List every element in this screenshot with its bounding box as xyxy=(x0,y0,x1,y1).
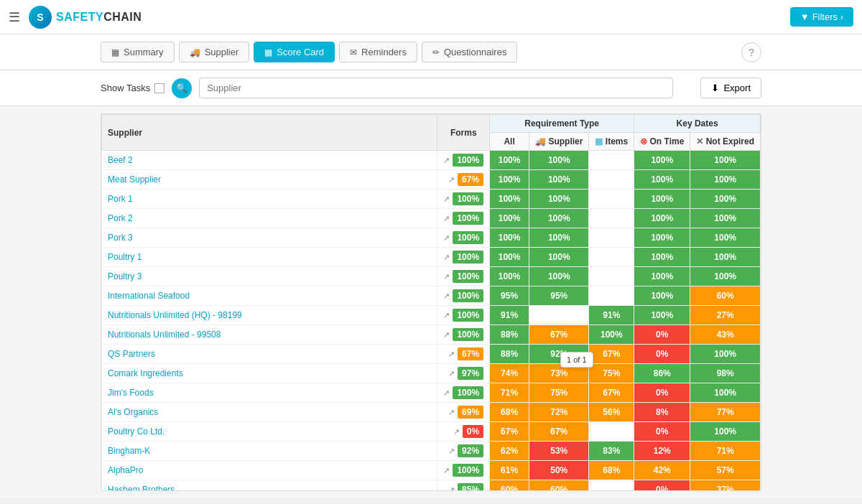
search-button[interactable]: 🔍 xyxy=(172,78,192,98)
all-pct-cell: 100% xyxy=(490,228,529,248)
supplier-link[interactable]: Beef 2 xyxy=(108,155,133,165)
scorecard-icon: ▦ xyxy=(264,47,272,57)
on-time-cell: 42% xyxy=(634,461,690,480)
on-time-cell: 100% xyxy=(634,248,690,267)
forms-link-icon[interactable]: ↗ xyxy=(443,233,450,243)
supplier-link[interactable]: Poultry Co Ltd. xyxy=(108,426,164,437)
forms-link-icon[interactable]: ↗ xyxy=(448,350,455,359)
filters-button[interactable]: ▼ Filters › xyxy=(790,7,853,27)
forms-link-icon[interactable]: ↗ xyxy=(443,195,450,204)
supplier-link[interactable]: Nutritionals Unlimited - 99508 xyxy=(108,330,221,340)
all-pct-cell: 100% xyxy=(490,170,529,190)
not-expired-cell: 43% xyxy=(690,325,761,345)
on-time-cell: 86% xyxy=(634,364,690,383)
supplier-link[interactable]: Pork 2 xyxy=(108,213,133,223)
forms-link-icon[interactable]: ↗ xyxy=(448,485,455,492)
forms-link-icon[interactable]: ↗ xyxy=(443,330,450,340)
tab-supplier[interactable]: 🚚 Supplier xyxy=(179,42,250,62)
not-expired-cell: 100% xyxy=(690,248,761,267)
supplier-link[interactable]: Al's Organics xyxy=(108,407,158,417)
tab-reminders[interactable]: ✉ Reminders xyxy=(339,42,417,62)
supplier-link[interactable]: International Seafood xyxy=(108,291,190,301)
forms-value: 69% xyxy=(458,406,483,419)
tab-questionnaires[interactable]: ✏ Questionnaires xyxy=(422,42,517,62)
export-button[interactable]: ⬇ Export xyxy=(700,78,761,98)
forms-link-icon[interactable]: ↗ xyxy=(448,175,455,185)
forms-cell: ↗ 67% xyxy=(437,170,490,190)
forms-link-icon[interactable]: ↗ xyxy=(443,156,450,165)
data-table-container[interactable]: Supplier Forms Requirement Type Key Date… xyxy=(101,113,761,491)
table-row: Beef 2 ↗ 100% 100%100%100%100% xyxy=(102,151,761,170)
supplier-req-cell: 72% xyxy=(529,403,589,422)
table-row: Al's Organics ↗ 69% 68%72%56%8%77% xyxy=(102,403,761,422)
search-input[interactable] xyxy=(199,78,673,98)
not-expired-cell: 100% xyxy=(690,170,761,190)
export-icon: ⬇ xyxy=(711,83,719,93)
supplier-link[interactable]: Comark Ingredients xyxy=(108,368,183,378)
forms-link-icon[interactable]: ↗ xyxy=(443,466,450,475)
all-pct-cell: 95% xyxy=(490,286,529,306)
table-row: Hashem Brothers ↗ 85% 60%60%0%37% xyxy=(102,480,761,492)
not-expired-cell: 60% xyxy=(690,286,761,306)
forms-link-icon[interactable]: ↗ xyxy=(443,291,450,301)
supplier-link[interactable]: Poultry 3 xyxy=(108,271,142,281)
forms-cell: ↗ 100% xyxy=(437,151,490,170)
forms-value: 97% xyxy=(458,367,483,380)
forms-link-icon[interactable]: ↗ xyxy=(453,427,460,437)
supplier-link[interactable]: Pork 1 xyxy=(108,194,133,204)
col-header-items: ▦ Items xyxy=(589,133,634,151)
forms-link-icon[interactable]: ↗ xyxy=(443,214,450,223)
supplier-link[interactable]: QS Partners xyxy=(108,349,155,359)
all-pct-cell: 74% xyxy=(490,364,529,383)
items-cell: 67% xyxy=(589,383,634,403)
col-header-on-time: ⊗ On Time xyxy=(634,133,690,151)
on-time-cell: 0% xyxy=(634,422,690,442)
tab-summary[interactable]: ▦ Summary xyxy=(101,42,175,62)
forms-link-icon[interactable]: ↗ xyxy=(443,311,450,320)
not-expired-cell: 100% xyxy=(690,267,761,286)
table-row: Pork 2 ↗ 100% 100%100%100%100% xyxy=(102,209,761,228)
forms-link-icon[interactable]: ↗ xyxy=(448,369,455,378)
supplier-link[interactable]: Jim's Foods xyxy=(108,388,154,398)
forms-link-icon[interactable]: ↗ xyxy=(448,447,455,456)
supplier-req-cell: 60% xyxy=(529,480,589,492)
supplier-link[interactable]: AlphaPro xyxy=(108,465,143,475)
table-row: QS Partners ↗ 67% 88%92%67%0%100% xyxy=(102,345,761,364)
not-expired-cell: 71% xyxy=(690,442,761,461)
supplier-icon: 🚚 xyxy=(190,47,200,57)
forms-cell: ↗ 0% xyxy=(437,422,490,442)
forms-cell: ↗ 100% xyxy=(437,209,490,228)
tab-scorecard[interactable]: ▦ Score Card xyxy=(254,42,335,62)
forms-link-icon[interactable]: ↗ xyxy=(443,272,450,281)
supplier-link[interactable]: Meat Supplier xyxy=(108,174,161,185)
show-tasks-checkbox[interactable] xyxy=(154,83,164,93)
on-time-cell: 100% xyxy=(634,170,690,190)
items-cell xyxy=(589,228,634,248)
items-cell: 75% xyxy=(589,364,634,383)
table-row: Meat Supplier ↗ 67% 100%100%100%100% xyxy=(102,170,761,190)
table-row: Poultry Co Ltd. ↗ 0% 67%67%0%100% xyxy=(102,422,761,442)
supplier-link[interactable]: Pork 3 xyxy=(108,233,133,243)
forms-link-icon[interactable]: ↗ xyxy=(448,408,455,417)
forms-cell: ↗ 69% xyxy=(437,403,490,422)
forms-value: 100% xyxy=(453,251,483,263)
supplier-link[interactable]: Poultry 1 xyxy=(108,252,142,262)
table-row: Poultry 3 ↗ 100% 100%100%100%100% xyxy=(102,267,761,286)
items-cell xyxy=(589,286,634,306)
not-expired-cell: 98% xyxy=(690,364,761,383)
forms-value: 100% xyxy=(453,386,483,399)
items-cell xyxy=(589,190,634,209)
forms-cell: ↗ 100% xyxy=(437,228,490,248)
supplier-link[interactable]: Hashem Brothers xyxy=(108,485,175,491)
help-button[interactable]: ? xyxy=(741,42,761,62)
forms-link-icon[interactable]: ↗ xyxy=(443,253,450,262)
items-cell: 100% xyxy=(589,325,634,345)
forms-link-icon[interactable]: ↗ xyxy=(443,388,450,398)
col-header-not-expired: ✕ Not Expired xyxy=(690,133,761,151)
on-time-cell: 100% xyxy=(634,267,690,286)
menu-icon[interactable]: ☰ xyxy=(9,9,20,25)
supplier-link[interactable]: Bingham-K xyxy=(108,446,150,456)
supplier-req-icon: 🚚 xyxy=(535,136,546,146)
supplier-link[interactable]: Nutritionals Unlimited (HQ) - 98199 xyxy=(108,310,242,320)
forms-cell: ↗ 100% xyxy=(437,267,490,286)
